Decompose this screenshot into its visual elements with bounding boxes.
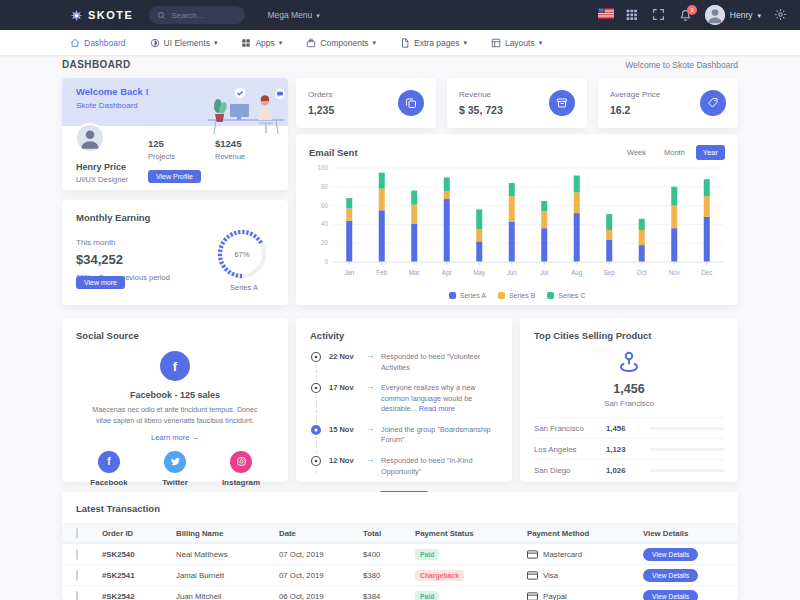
period-year-button[interactable]: Year <box>696 145 725 160</box>
table-row: #SK2540 Neal Matthews 07 Oct, 2019 $400 … <box>62 543 738 564</box>
chevron-down-icon: ▾ <box>316 12 320 19</box>
layout-icon <box>491 38 501 48</box>
page-title: DASHBOARD <box>62 59 131 70</box>
stat-label: Average Price <box>610 90 660 99</box>
select-all-checkbox[interactable] <box>76 528 78 539</box>
activity-item: 22 Nov → Responded to need "Volunteer Ac… <box>310 351 498 373</box>
svg-text:20: 20 <box>321 239 329 246</box>
welcome-stat-revenue: $1245 Revenue <box>215 138 245 161</box>
social-source-card: Social Source f Facebook - 125 sales Mae… <box>62 318 288 482</box>
view-details-button[interactable]: View Details <box>643 548 698 561</box>
main-navbar: Dashboard UI Elements ▾ Apps ▾ Component… <box>0 30 800 55</box>
city-table: San Francisco 1,456 Los Angeles 1,123 Sa… <box>534 417 724 480</box>
status-badge: Paid <box>415 591 439 600</box>
social-description: Maecenas nec odio et ante tincidunt temp… <box>86 405 264 427</box>
circle-dot-icon <box>310 351 322 363</box>
collection-icon <box>306 38 316 48</box>
logo-text: SKOTE <box>88 9 133 21</box>
welcome-subtitle: Skote Dashboard <box>76 101 149 110</box>
activity-date: 15 Nov <box>329 424 359 446</box>
projects-value: 125 <box>148 138 175 149</box>
period-week-button[interactable]: Week <box>620 145 653 160</box>
monthly-earning-card: Monthly Earning This month $34,252 12% ↑… <box>62 200 288 305</box>
svg-text:67%: 67% <box>234 250 249 259</box>
nav-item-apps[interactable]: Apps ▾ <box>241 38 282 48</box>
stat-label: Revenue <box>459 90 503 99</box>
view-details-button[interactable]: View Details <box>643 569 698 582</box>
welcome-card: Welcome Back ! Skote Dashboard 125 Proje… <box>62 78 288 190</box>
progress-bar <box>650 427 724 430</box>
arrow-right-icon: → <box>366 424 374 446</box>
city-value: 1,456 <box>606 424 650 433</box>
email-sent-card: Email Sent Week Month Year 020406080100J… <box>296 134 738 305</box>
topbar-actions: 3 Henry ▾ <box>598 5 788 25</box>
avatar <box>75 123 105 153</box>
fullscreen-icon[interactable] <box>652 8 666 22</box>
svg-text:Jan: Jan <box>344 269 355 276</box>
col-date: Date <box>279 529 363 538</box>
legend-swatch-series-b <box>498 292 505 299</box>
twitter-icon <box>164 451 186 473</box>
nav-item-extra-pages[interactable]: Extra pages ▾ <box>400 38 467 48</box>
arrow-right-icon: → <box>366 455 374 477</box>
tone-icon <box>150 38 160 48</box>
order-id: #SK2542 <box>102 592 176 600</box>
activity-text: Responded to need "Volunteer Activities <box>381 351 498 373</box>
read-more-link[interactable]: Read more <box>419 404 455 413</box>
apps-grid-icon[interactable] <box>625 8 639 22</box>
arrow-right-icon: → <box>191 433 199 442</box>
notification-badge: 3 <box>687 5 697 15</box>
user-menu[interactable]: Henry ▾ <box>705 5 761 25</box>
row-checkbox[interactable] <box>76 591 78 600</box>
search-icon <box>157 11 166 20</box>
row-checkbox[interactable] <box>76 549 78 560</box>
nav-label: Extra pages <box>414 38 459 48</box>
table-header: Order ID Billing Name Date Total Payment… <box>62 523 738 543</box>
activity-date: 22 Nov <box>329 351 359 373</box>
stat-card-average-price: Average Price 16.2 <box>598 78 738 128</box>
topbar: SKOTE Mega Menu ▾ 3 <box>0 0 800 30</box>
nav-label: Components <box>320 38 368 48</box>
circle-dot-icon-active <box>310 424 322 436</box>
legend-swatch-series-c <box>547 292 554 299</box>
view-more-button[interactable]: View more <box>76 276 125 289</box>
nav-item-layouts[interactable]: Layouts ▾ <box>491 38 542 48</box>
view-details-button[interactable]: View Details <box>643 590 698 600</box>
welcome-stat-projects: 125 Projects <box>148 138 175 161</box>
search-box <box>149 6 245 24</box>
nav-item-dashboard[interactable]: Dashboard <box>70 38 126 48</box>
gear-icon[interactable] <box>774 8 788 22</box>
view-profile-button[interactable]: View Profile <box>148 170 201 183</box>
table-row: #SK2541 Jamal Burnett 07 Oct, 2019 $380 … <box>62 564 738 585</box>
payment-method: Visa <box>543 571 558 580</box>
stat-value: 1,235 <box>308 104 334 116</box>
svg-text:May: May <box>473 269 486 277</box>
legend-label: Series A <box>460 292 486 299</box>
row-checkbox[interactable] <box>76 570 78 581</box>
svg-text:Jun: Jun <box>507 269 518 276</box>
page-header: DASHBOARD Welcome to Skote Dashboard <box>62 59 738 70</box>
billing-name: Neal Matthews <box>176 550 279 559</box>
notifications-bell[interactable]: 3 <box>679 9 692 22</box>
period-month-button[interactable]: Month <box>657 145 692 160</box>
flag-us-icon[interactable] <box>598 8 612 22</box>
svg-text:0: 0 <box>324 258 328 265</box>
legend-label: Series C <box>558 292 585 299</box>
top-cities-card: Top Cities Selling Product 1,456 San Fra… <box>520 318 738 482</box>
welcome-illustration <box>166 86 288 134</box>
nav-item-components[interactable]: Components ▾ <box>306 38 376 48</box>
city-name: Los Angeles <box>534 445 606 454</box>
app-logo[interactable]: SKOTE <box>70 9 133 22</box>
welcome-header: Welcome Back ! Skote Dashboard <box>62 78 288 126</box>
stat-value: $ 35, 723 <box>459 104 503 116</box>
revenue-value: $1245 <box>215 138 245 149</box>
mega-menu-button[interactable]: Mega Menu ▾ <box>267 10 319 20</box>
circle-dot-icon <box>310 455 322 467</box>
nav-item-ui-elements[interactable]: UI Elements ▾ <box>150 38 218 48</box>
social-heading: Facebook - 125 sales <box>76 390 274 400</box>
mastercard-icon <box>527 550 538 559</box>
learn-more-link[interactable]: Learn more → <box>76 433 274 442</box>
arrow-right-icon: → <box>366 382 374 415</box>
email-sent-chart: 020406080100JanFebMarAprMayJunJulAugSepO… <box>309 160 725 291</box>
search-input[interactable] <box>171 11 241 20</box>
